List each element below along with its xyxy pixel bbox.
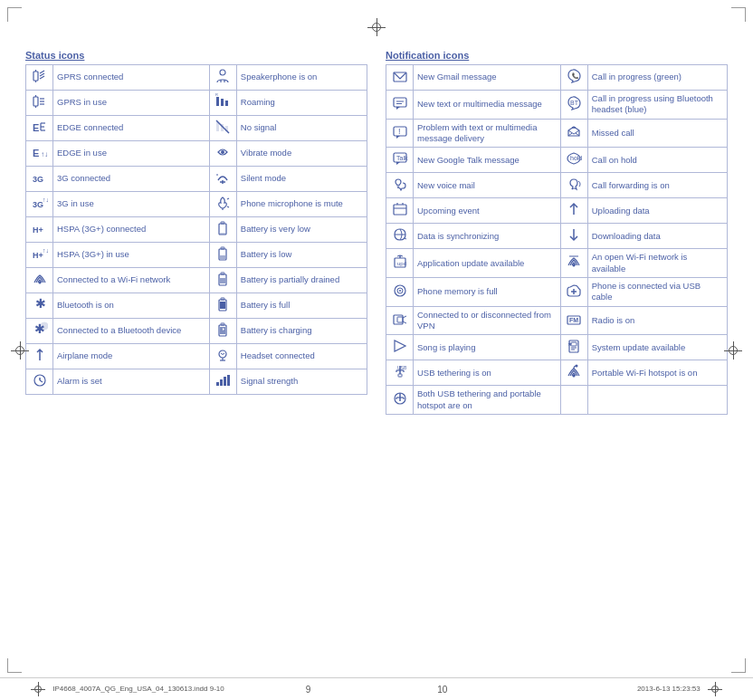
notif-label: Call forwarding is on <box>587 173 727 198</box>
status-label: Bluetooth is on <box>53 293 210 319</box>
notif-icon: hold <box>560 148 587 173</box>
table-row: ✱ Connected to a Bluetooth device Batter… <box>26 319 367 344</box>
notif-label: Phone memory is full <box>414 278 561 307</box>
svg-rect-48 <box>220 255 225 259</box>
status-icon <box>209 116 236 141</box>
table-row: E↑↓ EDGE in use Vibrate mode <box>26 141 367 167</box>
notif-label: USB tethering is on <box>414 360 561 386</box>
notif-icon <box>386 198 414 224</box>
notif-icon <box>560 119 587 148</box>
svg-rect-16 <box>221 99 224 106</box>
notif-label <box>587 386 727 415</box>
svg-rect-89 <box>394 205 406 215</box>
status-icon <box>209 243 236 268</box>
table-row: ✱ Bluetooth is on Battery is full <box>26 293 367 319</box>
notif-label: Song is playing <box>414 335 561 360</box>
status-icon: ✱ <box>26 293 53 319</box>
status-label: HSPA (3G+) connected <box>53 217 210 243</box>
table-row: H+↑↓ HSPA (3G+) in use Battery is low <box>26 243 367 268</box>
table-row: New Gmail message 📞 Call in progress (gr… <box>386 65 728 91</box>
svg-rect-70 <box>224 377 226 386</box>
svg-rect-107 <box>397 317 403 322</box>
status-icon <box>209 319 236 344</box>
table-row: Song is playing ★ System update availabl… <box>386 335 728 360</box>
svg-line-3 <box>40 71 44 73</box>
table-row: GPRS in use R Roaming <box>26 91 367 116</box>
notif-label: Connected to or disconnected from VPN <box>414 306 561 335</box>
svg-rect-47 <box>221 247 224 249</box>
notif-label: Data is synchronizing <box>414 224 561 249</box>
svg-text:3G: 3G <box>33 175 43 184</box>
table-row: E EDGE connected No signal <box>26 116 367 141</box>
svg-point-30 <box>221 150 224 154</box>
bottom-filename: IP4668_4007A_QG_Eng_USA_04_130613.indd 9… <box>52 685 224 693</box>
svg-text:E: E <box>33 148 39 158</box>
svg-text:↑↓: ↑↓ <box>41 150 48 158</box>
table-row: New text or multimedia message BT Call i… <box>386 91 728 120</box>
status-label: Headset connected <box>236 344 367 369</box>
notif-label: Upcoming event <box>414 198 561 224</box>
crosshair-left <box>11 341 29 360</box>
notif-icon <box>386 306 414 335</box>
table-row: New voice mail Call forwarding is on <box>386 173 728 198</box>
svg-rect-71 <box>227 375 230 386</box>
svg-point-58 <box>41 322 48 330</box>
svg-rect-68 <box>216 382 219 386</box>
svg-point-125 <box>576 365 578 368</box>
notif-label: Application update available <box>414 249 561 278</box>
right-page-num: 10 <box>437 685 447 695</box>
table-row: 3G↑↓ 3G in use Phone microphone is mute <box>26 192 367 217</box>
notif-label: An open Wi-Fi network is available <box>587 249 727 278</box>
notif-label: Phone is connected via USB cable <box>587 278 727 307</box>
notif-icon <box>560 278 587 307</box>
status-label: GPRS connected <box>53 65 210 91</box>
notif-icon: upd <box>386 249 414 278</box>
svg-text:hold: hold <box>570 155 582 161</box>
notif-label: Call on hold <box>587 148 727 173</box>
svg-line-109 <box>403 321 406 323</box>
status-label: Roaming <box>236 91 367 116</box>
status-section: Status icons GPRS connected Speakerphone… <box>25 50 367 659</box>
notif-label: Uploading data <box>587 198 727 224</box>
notif-label: New Google Talk message <box>414 148 561 173</box>
notif-label: New voice mail <box>414 173 561 198</box>
status-label: Signal strength <box>236 369 367 395</box>
table-row: Both USB tethering and portable hotspot … <box>386 386 728 415</box>
notif-icon: Talk <box>386 148 414 173</box>
status-label: EDGE in use <box>53 141 210 167</box>
status-icon <box>209 293 236 319</box>
svg-rect-55 <box>221 298 224 300</box>
status-label: Battery is full <box>236 293 367 319</box>
notif-icon: FM <box>560 306 587 335</box>
svg-rect-51 <box>221 273 224 274</box>
status-table: GPRS connected Speakerphone is on GPRS i… <box>25 64 367 395</box>
status-icon: H+ <box>26 217 53 243</box>
status-icon <box>209 65 236 91</box>
bottom-crosshair-left <box>25 685 52 693</box>
bottom-right-text: 2013-6-13 15:23:53 <box>447 682 728 696</box>
svg-marker-112 <box>395 340 405 351</box>
svg-text:H+: H+ <box>33 251 43 260</box>
svg-point-49 <box>38 282 41 284</box>
notif-icon <box>386 278 414 307</box>
table-row: Alarm is set Signal strength <box>26 369 367 395</box>
svg-text:✱: ✱ <box>35 296 46 311</box>
table-row: Upcoming event Uploading data <box>386 198 728 224</box>
notif-icon <box>386 224 414 249</box>
status-icon <box>209 141 236 167</box>
notif-icon <box>560 249 587 278</box>
svg-rect-122 <box>398 374 402 377</box>
status-label: EDGE connected <box>53 116 210 141</box>
status-icon <box>26 91 53 116</box>
svg-text:↑↓: ↑↓ <box>43 197 48 203</box>
svg-text:R: R <box>215 93 218 97</box>
status-icon <box>209 192 236 217</box>
notif-icon <box>386 335 414 360</box>
svg-rect-0 <box>33 72 38 81</box>
notif-label: Radio is on <box>587 306 727 335</box>
svg-text:Talk: Talk <box>396 155 408 161</box>
status-icon <box>209 217 236 243</box>
notif-icon <box>560 173 587 198</box>
svg-line-5 <box>40 76 44 79</box>
table-row: USB USB tethering is on Portable Wi-Fi h… <box>386 360 728 386</box>
